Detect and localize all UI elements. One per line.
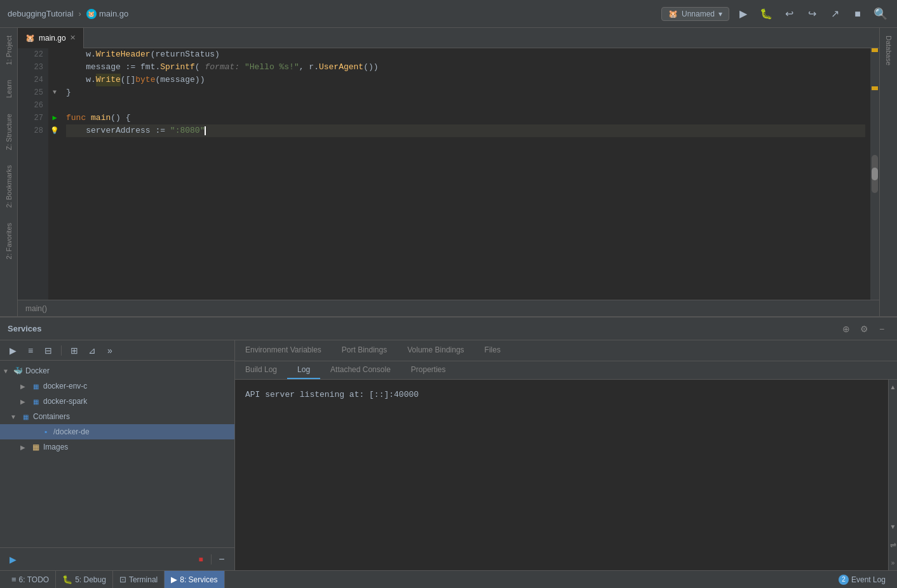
docker-icon: 🐳	[13, 366, 23, 376]
tab-label: main.go	[39, 34, 66, 43]
code-line-26	[66, 99, 865, 112]
services-sub-tabs: Build Log Log Attached Console Propertie…	[235, 361, 897, 380]
tree-item-docker[interactable]: ▼ 🐳 Docker	[0, 363, 234, 378]
step-into-button[interactable]: ↪	[803, 5, 821, 23]
services-add-button[interactable]: ⊕	[839, 321, 854, 337]
step-over-button[interactable]: ↩	[780, 5, 798, 23]
stop-button[interactable]: ■	[849, 5, 867, 23]
sidebar-item-structure[interactable]: Z: Structure	[3, 106, 15, 157]
tab-env-vars[interactable]: Environment Variables	[235, 340, 332, 361]
debug-button[interactable]: 🐛	[757, 5, 775, 23]
log-scrollbar[interactable]: ▲ ▼ ⇌ »	[888, 380, 897, 570]
toolbar-right: 🐹 Unnamed ▾ ▶ 🐛 ↩ ↪ ↗ ■ 🔍	[661, 5, 889, 23]
tree-item-images[interactable]: ▶ ▦ Images	[0, 439, 234, 455]
tree-expand-env: ▶	[20, 383, 30, 390]
status-event-log[interactable]: 2 Event Log	[832, 571, 892, 589]
light-bulb-icon[interactable]: 💡	[50, 124, 59, 137]
code-line-25: }	[66, 86, 865, 99]
tree-item-docker-de[interactable]: ▪ /docker-de	[0, 424, 234, 439]
scroll-wrap-icon[interactable]: ⇌	[889, 539, 898, 551]
docker-spark-icon: ▦	[30, 396, 41, 406]
svc-stop-button[interactable]: ■	[193, 552, 208, 567]
step-out-button[interactable]: ↗	[826, 5, 844, 23]
run-config-selector[interactable]: 🐹 Unnamed ▾	[661, 7, 729, 21]
services-label: 8: Services	[180, 575, 217, 584]
sidebar-item-project[interactable]: 1: Project	[3, 28, 15, 72]
tab-main-go[interactable]: 🐹 main.go ✕	[18, 28, 84, 48]
services-minimize-button[interactable]: −	[874, 321, 889, 337]
tree-expand-spark: ▶	[20, 398, 30, 405]
sidebar-item-learn[interactable]: Learn	[3, 72, 15, 105]
sep2	[211, 554, 212, 565]
tab-properties[interactable]: Properties	[401, 361, 456, 379]
status-services[interactable]: ▶ 8: Services	[165, 571, 224, 589]
scroll-track	[872, 155, 878, 193]
project-title: debuggingTutorial	[8, 9, 74, 18]
scroll-up-arrow[interactable]: ▲	[889, 382, 897, 392]
svc-layout-button[interactable]: ⊞	[67, 343, 82, 358]
tab-close-button[interactable]: ✕	[70, 34, 76, 42]
status-bar: ≡ 6: TODO 🐛 5: Debug ⊡ Terminal ▶ 8: Ser…	[0, 570, 897, 588]
top-bar: debuggingTutorial › 🐹 main.go 🐹 Unnamed …	[0, 0, 897, 28]
debug-label: 5: Debug	[75, 575, 106, 584]
breadcrumb-separator: ›	[79, 9, 81, 18]
svc-remove-button[interactable]: −	[214, 552, 229, 567]
svc-collapse-button[interactable]: ⊟	[41, 343, 56, 358]
breadcrumb-bar: main()	[18, 300, 879, 316]
status-debug[interactable]: 🐛 5: Debug	[56, 571, 113, 589]
status-terminal[interactable]: ⊡ Terminal	[113, 571, 165, 589]
right-sidebar: Database	[879, 28, 897, 316]
run-config-icon: 🐹	[668, 10, 678, 18]
sidebar-item-database[interactable]: Database	[882, 28, 895, 73]
terminal-label: Terminal	[129, 575, 158, 584]
tree-item-docker-env[interactable]: ▶ ▦ docker-env-c	[0, 378, 234, 394]
editor-gutter: ▼ ▶ 💡	[48, 48, 61, 300]
code-line-23: message := fmt.Sprintf( format: "Hello %…	[66, 61, 865, 74]
tab-port-bindings[interactable]: Port Bindings	[332, 340, 397, 361]
tab-log[interactable]: Log	[287, 361, 320, 379]
log-text: API server listening at: [::]:40000	[245, 390, 419, 399]
services-icon: ▶	[171, 575, 177, 584]
code-editor[interactable]: 22 23 24 25 26 27 28 ▼	[18, 48, 879, 316]
tree-expand-containers: ▼	[10, 413, 20, 420]
search-button[interactable]: 🔍	[872, 5, 889, 23]
tree-expand-de	[30, 429, 41, 436]
scroll-more-icon[interactable]: »	[890, 558, 896, 568]
status-todo[interactable]: ≡ 6: TODO	[5, 571, 56, 589]
services-settings-button[interactable]: ⚙	[856, 321, 872, 337]
tree-item-containers[interactable]: ▼ ▦ Containers	[0, 409, 234, 424]
svc-open-button[interactable]: ▶	[5, 552, 20, 567]
tree-item-docker-spark[interactable]: ▶ ▦ docker-spark	[0, 394, 234, 409]
breadcrumb-text: main()	[25, 304, 47, 313]
fold-icon[interactable]: ▼	[53, 86, 57, 99]
code-content: 22 23 24 25 26 27 28 ▼	[18, 48, 879, 300]
run-config-dropdown-icon: ▾	[718, 10, 722, 18]
tab-files[interactable]: Files	[475, 340, 511, 361]
svc-run-button[interactable]: ▶	[5, 343, 20, 358]
services-bottom-actions: ▶ ■ −	[0, 547, 234, 570]
sidebar-item-bookmarks[interactable]: 2: Bookmarks	[3, 157, 15, 215]
containers-icon: ▦	[20, 411, 30, 422]
tree-label-docker-env: docker-env-c	[43, 382, 87, 391]
tab-volume-bindings[interactable]: Volume Bindings	[397, 340, 474, 361]
scroll-down-arrow[interactable]: ▼	[889, 522, 897, 531]
tab-attached-console[interactable]: Attached Console	[320, 361, 401, 379]
go-file-icon: 🐹	[86, 9, 97, 19]
scroll-thumb	[872, 168, 878, 180]
editor-scrollbar[interactable]	[870, 48, 879, 300]
docker-de-icon: ▪	[41, 427, 51, 437]
tab-build-log[interactable]: Build Log	[235, 361, 287, 379]
svc-expand-button[interactable]: ≡	[23, 343, 38, 358]
run-button[interactable]: ▶	[734, 5, 752, 23]
code-line-28: serverAddress := ":8080"	[66, 124, 865, 137]
sidebar-item-favorites[interactable]: 2: Favorites	[3, 215, 15, 267]
svc-filter-button[interactable]: ⊿	[84, 343, 100, 358]
tree-label-images: Images	[43, 443, 68, 451]
main-content: 1: Project Learn Z: Structure 2: Bookmar…	[0, 28, 897, 316]
scrollbar-marker-mid	[872, 86, 878, 90]
tree-label-docker-spark: docker-spark	[43, 397, 87, 406]
svc-more-button[interactable]: »	[102, 343, 118, 358]
bottom-panel: Services ⊕ ⚙ − ▶ ≡ ⊟ ⊞ ⊿ » ▼	[0, 316, 897, 570]
event-log-label: Event Log	[851, 575, 886, 584]
tree-label-docker: Docker	[25, 366, 50, 375]
